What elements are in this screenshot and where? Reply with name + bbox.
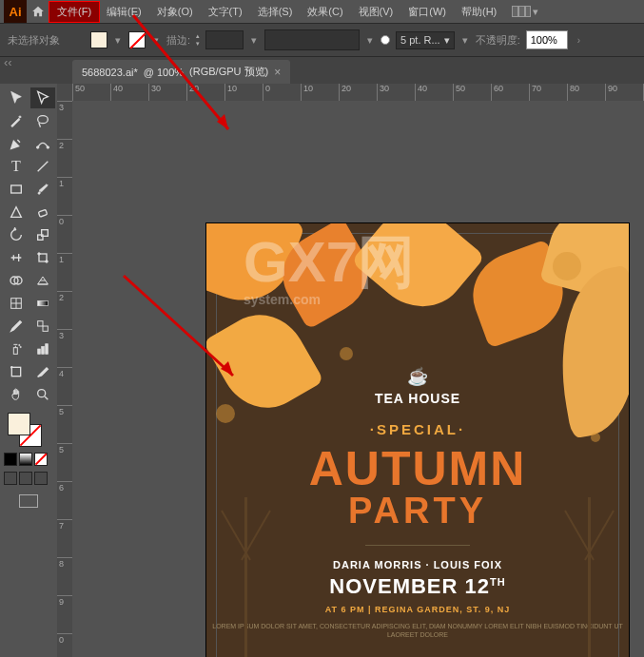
control-bar: 未选择对象 ▾ ▾ 描边: ▴▾ ▾ ▾ 5 pt. R...▾ ▾ 不透明度:… [0, 23, 644, 57]
screen-mode-icon[interactable] [19, 494, 38, 508]
brush-definition-combo[interactable] [264, 29, 360, 50]
shape-builder-tool[interactable] [4, 270, 29, 291]
svg-rect-18 [43, 326, 48, 331]
curvature-tool[interactable] [30, 133, 55, 154]
menu-effect[interactable]: 效果(C) [300, 2, 350, 22]
close-icon[interactable]: × [274, 66, 281, 79]
svg-rect-23 [42, 346, 45, 354]
slice-tool[interactable] [30, 361, 55, 382]
menu-window[interactable]: 窗口(W) [400, 2, 454, 22]
symbol-sprayer-tool[interactable] [4, 338, 29, 359]
panel-collapse-icon[interactable]: ‹‹ [4, 55, 12, 69]
eraser-tool[interactable] [30, 202, 55, 222]
zoom-tool[interactable] [30, 384, 55, 405]
svg-point-21 [20, 346, 21, 347]
home-icon[interactable] [27, 5, 49, 18]
draw-behind-icon[interactable] [19, 472, 32, 485]
menu-bar: Ai 文件(F) 编辑(E) 对象(O) 文字(T) 选择(S) 效果(C) 视… [0, 0, 644, 23]
type-tool[interactable]: T [4, 156, 29, 177]
artboard-tool[interactable] [4, 361, 29, 382]
app-icon: Ai [4, 0, 27, 23]
poster-special: ·SPECIAL· [206, 421, 629, 437]
gradient-mode-icon[interactable] [19, 453, 32, 466]
svg-point-1 [36, 146, 39, 149]
magic-wand-tool[interactable] [4, 110, 29, 131]
svg-rect-25 [11, 367, 20, 376]
menu-help[interactable]: 帮助(H) [454, 2, 504, 22]
svg-rect-8 [39, 254, 47, 261]
selection-status: 未选择对象 [8, 33, 60, 48]
draw-normal-icon[interactable] [4, 472, 17, 485]
svg-point-9 [38, 253, 41, 256]
gradient-tool[interactable] [30, 293, 55, 314]
perspective-tool[interactable] [30, 270, 55, 291]
menu-select[interactable]: 选择(S) [250, 2, 301, 22]
lasso-tool[interactable] [30, 110, 55, 131]
dot-icon [216, 404, 235, 423]
ruler-origin[interactable] [57, 84, 72, 101]
poster-date: NOVEMBER 12TH [206, 574, 629, 599]
svg-rect-16 [38, 300, 49, 305]
rotate-tool[interactable] [4, 224, 29, 245]
direct-selection-tool[interactable] [30, 87, 55, 108]
mesh-tool[interactable] [4, 293, 29, 314]
selection-tool[interactable] [4, 87, 29, 108]
paintbrush-tool[interactable] [30, 179, 55, 200]
scale-tool[interactable] [30, 224, 55, 245]
svg-point-10 [46, 261, 49, 263]
fill-stroke-indicator[interactable] [8, 413, 42, 447]
tree-icon [244, 497, 247, 657]
svg-line-30 [133, 15, 228, 129]
line-tool[interactable] [30, 156, 55, 177]
fill-swatch[interactable] [90, 31, 107, 48]
svg-rect-17 [38, 321, 43, 326]
svg-rect-4 [11, 185, 22, 193]
vertical-ruler[interactable]: 321012345567890 [57, 101, 72, 657]
svg-point-0 [38, 116, 49, 124]
dot-icon [340, 347, 353, 360]
width-tool[interactable] [4, 247, 29, 268]
annotation-arrow-1 [133, 15, 247, 152]
fill-color[interactable] [8, 413, 30, 435]
shaper-tool[interactable] [4, 202, 29, 222]
tab-filename: 5688023.ai* [82, 67, 138, 78]
dot-icon [553, 252, 581, 280]
fill-dropdown[interactable]: ▾ [113, 31, 123, 48]
workspace-switcher-icon[interactable] [512, 6, 531, 17]
brush-dropdown[interactable]: ▾ [365, 31, 375, 48]
menu-view[interactable]: 视图(V) [351, 2, 401, 22]
svg-line-29 [45, 396, 48, 399]
document-tab-bar: 5688023.ai* @ 100% (RGB/GPU 预览) × [0, 57, 644, 84]
draw-inside-icon[interactable] [34, 472, 48, 485]
svg-rect-24 [46, 344, 49, 355]
stroke-profile-combo[interactable]: 5 pt. R...▾ [396, 31, 455, 49]
blend-tool[interactable] [30, 316, 55, 337]
pen-tool[interactable] [4, 133, 29, 154]
dot-icon [591, 433, 600, 442]
watermark: GX7网 system.com [244, 224, 415, 307]
svg-rect-5 [38, 209, 47, 217]
profile-dropdown[interactable]: ▾ [460, 31, 470, 48]
eyedropper-tool[interactable] [4, 316, 29, 337]
color-mode-icon[interactable] [4, 453, 17, 466]
svg-point-20 [19, 344, 20, 345]
svg-point-28 [38, 390, 46, 397]
opacity-input[interactable] [526, 30, 568, 49]
menu-file[interactable]: 文件(F) [49, 2, 99, 22]
svg-rect-19 [13, 348, 17, 355]
stroke-weight-dropdown[interactable]: ▾ [249, 31, 259, 48]
rectangle-tool[interactable] [4, 179, 29, 200]
divider [365, 545, 470, 546]
hand-tool[interactable] [4, 384, 29, 405]
svg-rect-22 [38, 349, 41, 354]
free-transform-tool[interactable] [30, 247, 55, 268]
poster-names: DARIA MORRIS · LOUIS FOIX [206, 559, 629, 570]
opacity-label: 不透明度: [476, 33, 520, 48]
expand-icon[interactable]: › [577, 35, 580, 46]
graph-tool[interactable] [30, 338, 55, 359]
style-radio[interactable] [381, 35, 390, 45]
tools-panel: T [0, 84, 57, 657]
svg-marker-33 [221, 361, 233, 376]
poster-title1: AUTUMN [206, 441, 629, 496]
none-mode-icon[interactable] [34, 453, 48, 466]
